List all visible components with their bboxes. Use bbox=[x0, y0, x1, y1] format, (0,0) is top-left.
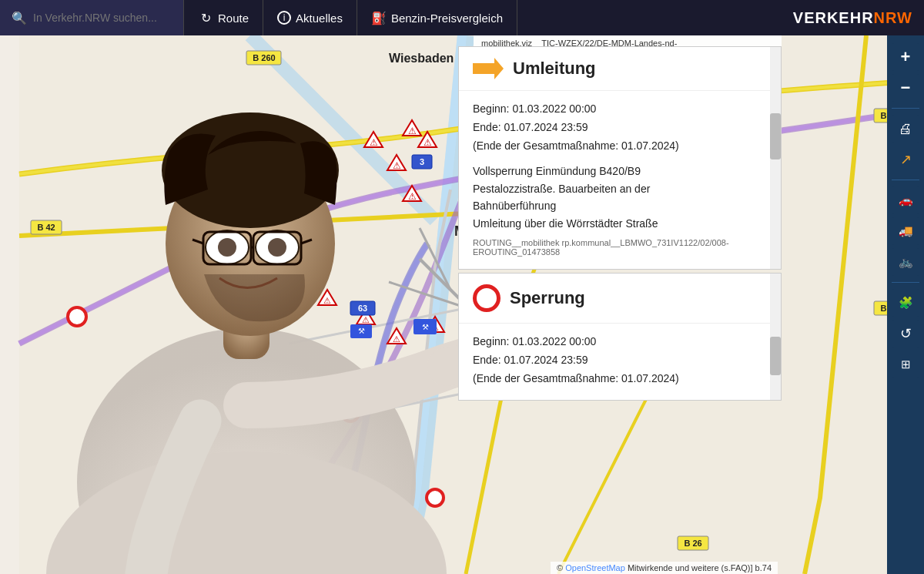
refresh-button[interactable]: ↺ bbox=[892, 320, 919, 347]
sperrung-header: Sperrung bbox=[459, 274, 781, 324]
attribution-text: Mitwirkende und weitere (s.FAQ)] b.74 bbox=[628, 563, 772, 572]
brand-text: VERKEHRNRW bbox=[793, 9, 912, 27]
nav-route[interactable]: ↻ Route bbox=[184, 0, 263, 35]
umleitung-header: Umleitung bbox=[459, 47, 781, 91]
umleitung-icon bbox=[473, 58, 504, 79]
sperrung-scrollbar[interactable] bbox=[770, 274, 781, 400]
svg-point-61 bbox=[268, 238, 286, 257]
zoom-in-button[interactable]: + bbox=[892, 43, 919, 71]
info-icon: i bbox=[277, 11, 291, 25]
umleitung-ende: Ende: 01.07.2024 23:59 bbox=[473, 119, 767, 137]
brand: VERKEHRNRW bbox=[782, 0, 924, 35]
osm-link[interactable]: OpenStreetMap bbox=[565, 563, 625, 572]
car-route-button[interactable]: 🚗 bbox=[892, 186, 919, 214]
umleitung-panel: Umleitung Beginn: 01.03.2022 00:00 Ende:… bbox=[458, 46, 782, 270]
nav-aktuelles-label: Aktuelles bbox=[296, 12, 343, 25]
sperrung-scrollbar-thumb[interactable] bbox=[770, 337, 781, 375]
svg-point-60 bbox=[218, 238, 236, 257]
print-button[interactable]: 🖨 bbox=[892, 115, 919, 143]
search-icon: 🔍 bbox=[12, 11, 27, 25]
sperrung-ende: Ende: 01.07.2024 23:59 bbox=[473, 351, 767, 370]
sperrung-panel: Sperrung Beginn: 01.03.2022 00:00 Ende: … bbox=[458, 273, 782, 401]
bike-route-button[interactable]: 🚲 bbox=[892, 248, 919, 276]
sperrung-icon bbox=[473, 284, 500, 312]
umleitung-title: Umleitung bbox=[513, 59, 596, 79]
search-input[interactable] bbox=[33, 12, 172, 24]
svg-text:B 26: B 26 bbox=[684, 539, 701, 548]
truck-route-button[interactable]: 🚚 bbox=[892, 217, 919, 245]
nav-aktuelles[interactable]: i Aktuelles bbox=[263, 0, 357, 35]
nav-benzin-label: Benzin-Preisvergleich bbox=[391, 12, 503, 25]
scrollbar-thumb[interactable] bbox=[770, 113, 781, 159]
umleitung-description: Vollsperrung Einmündung B420/B9 Pestaloz… bbox=[473, 163, 767, 232]
share-button[interactable]: ↗ bbox=[892, 146, 919, 173]
layers-button[interactable]: ⊞ bbox=[892, 351, 919, 378]
sperrung-beginn: Beginn: 01.03.2022 00:00 bbox=[473, 333, 767, 351]
plugins-button[interactable]: 🧩 bbox=[892, 289, 919, 317]
umleitung-gesamtmassnahme: (Ende der Gesamtmaßnahme: 01.07.2024) bbox=[473, 137, 767, 156]
person-overlay bbox=[0, 35, 508, 574]
sperrung-gesamtmassnahme: (Ende der Gesamtmaßnahme: 01.07.2024) bbox=[473, 370, 767, 388]
route-icon: ↻ bbox=[198, 10, 213, 25]
panel-scrollbar[interactable] bbox=[770, 47, 781, 269]
navbar: 🔍 ↻ Route i Aktuelles ⛽ Benzin-Preisverg… bbox=[0, 0, 924, 35]
umleitung-routing-ref: ROUTING__mobilithek rp.kommunal__LBMWO_7… bbox=[473, 238, 767, 257]
nav-route-label: Route bbox=[218, 12, 249, 25]
right-sidebar: + − 🖨 ↗ 🚗 🚚 🚲 🧩 ↺ ⊞ bbox=[887, 35, 924, 574]
brand-accent: NRW bbox=[874, 9, 912, 26]
info-panel-container: Umleitung Beginn: 01.03.2022 00:00 Ende:… bbox=[458, 46, 782, 404]
fuel-icon: ⛽ bbox=[371, 10, 387, 25]
umleitung-beginn: Beginn: 01.03.2022 00:00 bbox=[473, 100, 767, 119]
sperrung-body: Beginn: 01.03.2022 00:00 Ende: 01.07.202… bbox=[459, 324, 781, 400]
nav-benzin[interactable]: ⛽ Benzin-Preisvergleich bbox=[357, 0, 517, 35]
umleitung-body: Beginn: 01.03.2022 00:00 Ende: 01.07.202… bbox=[459, 91, 781, 269]
search-box[interactable]: 🔍 bbox=[0, 0, 184, 35]
zoom-out-button[interactable]: − bbox=[892, 74, 919, 102]
sperrung-title: Sperrung bbox=[510, 288, 585, 308]
attribution: © OpenStreetMap Mitwirkende und weitere … bbox=[551, 562, 778, 574]
